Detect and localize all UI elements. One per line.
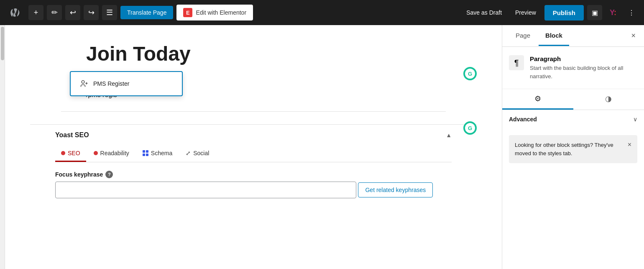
focus-keyphrase-input[interactable] (55, 182, 356, 198)
tab-readability[interactable]: Readability (88, 146, 135, 162)
more-options-icon: ⋮ (628, 9, 635, 17)
right-sidebar: Page Block × ¶ Paragraph Start with the … (502, 25, 644, 269)
undo-button[interactable]: ↩ (65, 5, 80, 20)
more-tools-button[interactable]: ☰ (102, 5, 117, 20)
edit-with-elementor-label: Edit with Elementor (196, 9, 246, 16)
get-keyphrases-label: Get related keyphrases (365, 187, 426, 193)
editor-divider (61, 111, 446, 112)
focus-keyphrase-label: Focus keyphrase (55, 171, 103, 178)
yoast-panel-title: Yoast SEO (55, 131, 89, 139)
tools-button[interactable]: ✏ (47, 5, 62, 20)
translate-page-button[interactable]: Translate Page (120, 6, 173, 19)
yoast-collapse-button[interactable]: ▲ (446, 132, 452, 138)
user-plus-icon (79, 79, 89, 89)
save-draft-label: Save as Draft (466, 9, 502, 16)
yoast-header: Yoast SEO ▲ (55, 131, 452, 139)
sidebar-header: Page Block × (502, 25, 644, 47)
block-info-text: Paragraph Start with the basic building … (530, 55, 637, 80)
yoast-button[interactable]: Y : (606, 5, 621, 20)
yoast-seo-content: Focus keyphrase ? Get related keyphrases (55, 171, 452, 204)
sidebar-tab-block[interactable]: Block (539, 26, 569, 46)
block-info: ¶ Paragraph Start with the basic buildin… (502, 47, 644, 89)
tab-schema[interactable]: Schema (137, 146, 178, 162)
sidebar-style-tabs: ⚙ ◑ (502, 89, 644, 110)
advanced-header[interactable]: Advanced ∨ (509, 116, 637, 123)
grammarly-g-1: G (468, 71, 472, 77)
grammarly-inner-1: G (465, 69, 475, 79)
svg-point-0 (82, 81, 84, 84)
social-share-icon: ⤢ (186, 150, 191, 156)
info-box-close-icon: × (628, 141, 631, 148)
tab-seo-label: SEO (68, 150, 80, 156)
publish-label: Publish (553, 9, 575, 16)
block-icon: ¶ (509, 55, 524, 70)
sidebar-page-label: Page (516, 32, 530, 39)
list-icon: ☰ (106, 8, 113, 17)
save-draft-button[interactable]: Save as Draft (461, 6, 507, 19)
block-name: Paragraph (530, 55, 637, 62)
redo-button[interactable]: ↪ (84, 5, 99, 20)
preview-button[interactable]: Preview (510, 6, 541, 19)
wordpress-logo-button[interactable] (5, 3, 25, 23)
advanced-section: Advanced ∨ (502, 110, 644, 128)
elementor-icon: E (183, 8, 192, 17)
block-description: Start with the basic building block of a… (530, 64, 637, 80)
yoast-dot-icon: : (614, 8, 616, 17)
editor-area: Join Today PMS Register (5, 25, 502, 269)
add-block-button[interactable]: + (28, 5, 43, 20)
autocomplete-popup: PMS Register (70, 71, 183, 96)
sidebar-block-label: Block (545, 32, 562, 39)
tab-social-label: Social (193, 150, 209, 156)
close-icon: × (631, 31, 636, 40)
add-icon: + (34, 8, 38, 17)
sidebar-close-button[interactable]: × (629, 30, 637, 42)
tab-readability-label: Readability (100, 150, 129, 156)
grammarly-inner-2: G (465, 123, 475, 133)
yoast-tabs: SEO Readability Schema (55, 146, 452, 162)
grammarly-g-2: G (468, 125, 472, 131)
info-box: Looking for other block settings? They'v… (509, 135, 637, 163)
autocomplete-item[interactable]: PMS Register (74, 75, 179, 92)
publish-button[interactable]: Publish (544, 5, 584, 20)
view-button[interactable]: ▣ (587, 5, 602, 20)
styles-tab-button[interactable]: ◑ (573, 89, 644, 110)
preview-label: Preview (515, 9, 536, 16)
grammarly-button-1[interactable]: G (463, 67, 477, 80)
readability-dot-icon (94, 151, 98, 155)
paragraph-icon: ¶ (514, 58, 519, 68)
help-icon[interactable]: ? (105, 171, 113, 178)
more-options-button[interactable]: ⋮ (624, 5, 639, 20)
main-layout: Join Today PMS Register (0, 25, 644, 269)
tab-schema-label: Schema (151, 150, 172, 156)
left-scrollbar (0, 25, 5, 269)
toolbar: + ✏ ↩ ↪ ☰ Translate Page E Edit with Ele… (0, 0, 644, 25)
settings-gear-icon: ⚙ (534, 94, 541, 103)
redo-icon: ↪ (88, 8, 95, 17)
info-box-text: Looking for other block settings? They'v… (515, 141, 624, 157)
schema-grid-icon (143, 150, 148, 156)
pen-icon: ✏ (51, 8, 58, 17)
editor-content: Join Today PMS Register (86, 42, 421, 112)
advanced-label: Advanced (509, 116, 537, 123)
settings-tab-button[interactable]: ⚙ (502, 89, 573, 110)
seo-dot-icon (61, 151, 65, 155)
grammarly-button-2[interactable]: G (463, 121, 477, 135)
translate-page-label: Translate Page (127, 9, 166, 16)
focus-keyphrase-section: Focus keyphrase ? (55, 171, 452, 178)
undo-icon: ↩ (70, 8, 76, 17)
get-related-keyphrases-button[interactable]: Get related keyphrases (358, 182, 433, 197)
tab-social[interactable]: ⤢ Social (180, 146, 215, 162)
edit-with-elementor-button[interactable]: E Edit with Elementor (176, 5, 253, 20)
info-box-close-button[interactable]: × (628, 141, 631, 149)
scrollbar-thumb (1, 27, 4, 60)
chevron-down-icon: ∨ (633, 116, 637, 123)
sidebar-tab-page[interactable]: Page (509, 26, 537, 46)
half-circle-icon: ◑ (605, 94, 612, 103)
page-title[interactable]: Join Today (86, 42, 421, 66)
view-icon: ▣ (592, 9, 598, 17)
autocomplete-item-label: PMS Register (93, 80, 129, 87)
yoast-panel: Yoast SEO ▲ SEO Readability (30, 124, 477, 211)
tab-seo[interactable]: SEO (55, 146, 86, 162)
